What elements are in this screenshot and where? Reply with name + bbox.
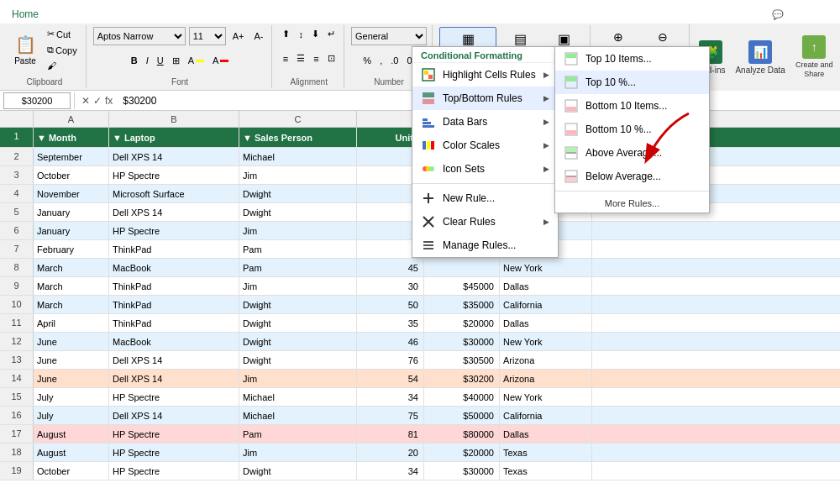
cf-highlight-item[interactable]: Highlight Cells Rules [412,63,558,87]
cell-region[interactable]: New York [500,259,592,276]
cell-region[interactable]: Dallas [500,425,592,443]
increase-decimal-button[interactable]: .0 [387,54,402,67]
cell-revenue[interactable]: $30000 [424,333,500,350]
cell-month[interactable]: August [34,425,109,443]
cell-month[interactable]: July [34,407,109,424]
align-bottom-button[interactable]: ⬇ [308,27,323,41]
cell-laptop[interactable]: HP Spectre [109,425,239,443]
cell-laptop[interactable]: Dell XPS 14 [109,203,239,221]
cell-month[interactable]: April [34,314,109,332]
cf-managerules-item[interactable]: Manage Rules... [412,234,558,257]
cell-month[interactable]: October [34,166,109,184]
cell-revenue[interactable]: $30200 [424,370,500,387]
decrease-font-button[interactable]: A- [250,29,266,43]
cf-newrule-item[interactable]: New Rule... [412,186,558,210]
sub-top10-item[interactable]: Top 10 Items... [555,47,709,71]
sub-top10pct-item[interactable]: Top 10 %... [555,71,709,94]
cut-button[interactable]: ✂ Cut [44,27,81,41]
col-header-b[interactable]: B [109,111,239,127]
create-share-button[interactable]: ↑ Create andShare [792,32,837,82]
tab-review[interactable]: Review [300,5,349,24]
cell-laptop[interactable]: ThinkPad [109,240,239,258]
font-size-select[interactable]: 11 [189,27,226,45]
cell-laptop[interactable]: MacBook [109,333,239,350]
tab-formulas[interactable]: Formulas [202,5,261,24]
tab-home[interactable]: Home [3,5,47,24]
cell-revenue[interactable]: $45000 [424,277,500,295]
tab-page-layout[interactable]: Page Layout [129,5,202,24]
cell-person[interactable]: Dwight [239,203,357,221]
tab-functions[interactable]: FUNCTIONS [607,5,683,24]
cell-laptop[interactable]: Dell XPS 14 [109,370,239,387]
comma-button[interactable]: , [376,54,386,67]
cell-units[interactable]: 75 [357,407,424,424]
cell-person[interactable]: Jim [239,370,357,387]
cell-units[interactable]: 34 [357,388,424,406]
cf-topbottom-item[interactable]: Top/Bottom Rules [412,87,558,110]
cell-laptop[interactable]: Dell XPS 14 [109,148,239,165]
header-laptop[interactable]: ▼ Laptop [109,128,239,147]
cell-laptop[interactable]: Dell XPS 14 [109,407,239,424]
tab-draw[interactable]: Draw [89,5,129,24]
cell-units[interactable]: 45 [357,259,424,276]
cell-person[interactable]: Michael [239,388,357,406]
cell-revenue[interactable]: $80000 [424,425,500,443]
cell-region[interactable]: New York [500,333,592,350]
analyze-data-button[interactable]: 📊 Analyze Data [732,37,788,78]
cell-person[interactable]: Pam [239,425,357,443]
fill-color-button[interactable]: A [185,54,207,67]
number-format-select[interactable]: General [351,27,427,45]
cell-person[interactable]: Jim [239,277,357,295]
cell-units[interactable]: 20 [357,444,424,461]
cell-person[interactable]: Jim [239,222,357,239]
merge-button[interactable]: ⊡ [324,51,339,66]
cell-region[interactable]: Texas [500,444,592,461]
sub-morerules-item[interactable]: More Rules... [555,194,709,213]
cell-region[interactable]: California [500,296,592,313]
comments-button[interactable]: 💬 Comments [764,6,840,24]
cell-units[interactable]: 46 [357,333,424,350]
cell-month[interactable]: March [34,259,109,276]
sub-bot10-item[interactable]: Bottom 10 Items... [555,94,709,118]
cell-person[interactable]: Pam [239,259,357,276]
cell-month[interactable]: July [34,388,109,406]
cell-units[interactable]: 50 [357,296,424,313]
cell-month[interactable]: February [34,240,109,258]
cell-revenue[interactable]: $40000 [424,388,500,406]
increase-font-button[interactable]: A+ [229,29,248,43]
cell-laptop[interactable]: ThinkPad [109,314,239,332]
cell-person[interactable]: Dwight [239,296,357,313]
cell-laptop[interactable]: MacBook [109,259,239,276]
cell-month[interactable]: March [34,277,109,295]
cell-laptop[interactable]: HP Spectre [109,462,239,480]
cell-laptop[interactable]: HP Spectre [109,222,239,239]
cell-region[interactable]: New York [500,388,592,406]
tab-insert[interactable]: Insert [47,5,89,24]
underline-button[interactable]: U [154,54,167,67]
cell-person[interactable]: Jim [239,444,357,461]
cell-month[interactable]: October [34,462,109,480]
cell-person[interactable]: Michael [239,407,357,424]
cell-units[interactable]: 76 [357,351,424,369]
col-header-a[interactable]: A [34,111,109,127]
cell-month[interactable]: June [34,333,109,350]
cell-month[interactable]: November [34,185,109,202]
cell-region[interactable]: Arizona [500,370,592,387]
cell-revenue[interactable] [424,259,500,276]
cell-units[interactable]: 81 [357,425,424,443]
cell-person[interactable]: Dwight [239,333,357,350]
cell-month[interactable]: March [34,296,109,313]
cell-person[interactable]: Jim [239,166,357,184]
cf-databars-item[interactable]: Data Bars [412,110,558,134]
tab-power-pivot[interactable]: Power Pivot [537,5,607,24]
italic-button[interactable]: I [143,54,152,67]
cell-person[interactable]: Dwight [239,314,357,332]
cell-month[interactable]: June [34,351,109,369]
cell-revenue[interactable]: $30000 [424,462,500,480]
align-left-button[interactable]: ≡ [280,52,291,66]
tab-help[interactable]: Help [448,5,486,24]
tab-acrobat[interactable]: Acrobat [486,5,537,24]
cell-laptop[interactable]: Microsoft Surface [109,185,239,202]
col-header-c[interactable]: C [239,111,357,127]
cell-laptop[interactable]: ThinkPad [109,277,239,295]
